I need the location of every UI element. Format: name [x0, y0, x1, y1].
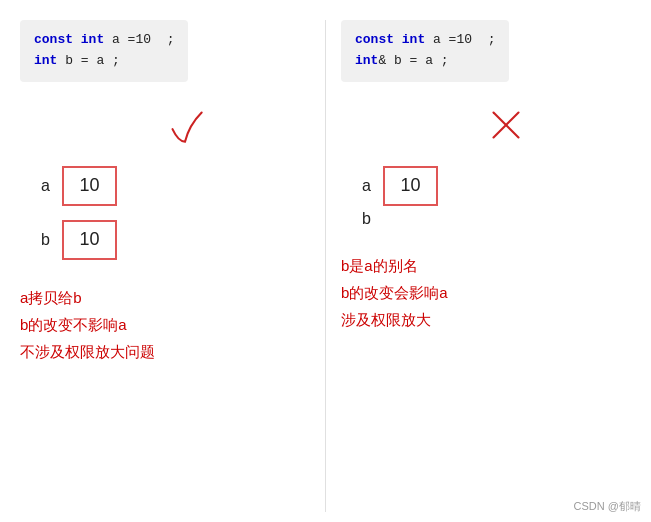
- right-desc3: 涉及权限放大: [341, 306, 448, 333]
- left-desc3: 不涉及权限放大问题: [20, 338, 155, 365]
- right-description: b是a的别名 b的改变会影响a 涉及权限放大: [341, 252, 448, 333]
- left-memory-diagram: a 10 b 10: [30, 166, 117, 260]
- memory-row-ab-top: a 10: [351, 166, 438, 206]
- watermark: CSDN @郁晴: [574, 499, 641, 514]
- right-panel: const int a =10 ; int& b = a ; a 10 b b是…: [331, 20, 641, 512]
- left-description: a拷贝给b b的改变不影响a 不涉及权限放大问题: [20, 284, 155, 365]
- checkmark-icon: [160, 100, 210, 150]
- right-crossmark-area: [361, 100, 651, 150]
- crossmark-icon: [481, 100, 531, 150]
- memory-row-ab-bottom: b: [351, 210, 438, 228]
- panel-divider: [325, 20, 326, 512]
- var-a-label: a: [30, 177, 50, 195]
- var-b-right-label: b: [351, 210, 371, 228]
- memory-box-b: 10: [62, 220, 117, 260]
- right-desc2: b的改变会影响a: [341, 279, 448, 306]
- memory-box-ab: 10: [383, 166, 438, 206]
- var-a-right-label: a: [351, 177, 371, 195]
- var-b-label: b: [30, 231, 50, 249]
- right-memory-diagram: a 10 b: [351, 166, 438, 228]
- left-panel: const int a =10 ; int b = a ; a 10 b 10 …: [10, 20, 320, 512]
- memory-row-a: a 10: [30, 166, 117, 206]
- right-desc1: b是a的别名: [341, 252, 448, 279]
- memory-row-b: b 10: [30, 220, 117, 260]
- memory-box-a: 10: [62, 166, 117, 206]
- left-checkmark-area: [40, 100, 330, 150]
- left-code-block: const int a =10 ; int b = a ;: [20, 20, 188, 82]
- left-desc1: a拷贝给b: [20, 284, 155, 311]
- right-code-block: const int a =10 ; int& b = a ;: [341, 20, 509, 82]
- left-desc2: b的改变不影响a: [20, 311, 155, 338]
